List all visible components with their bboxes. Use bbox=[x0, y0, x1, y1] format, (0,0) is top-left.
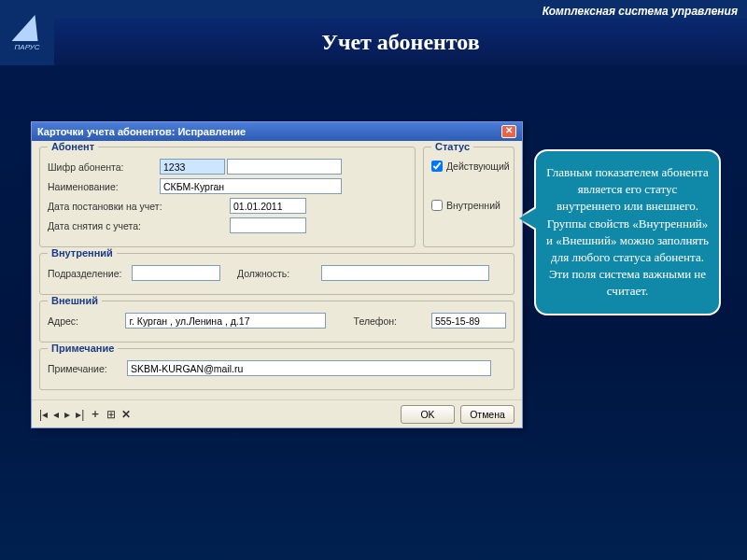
close-icon[interactable]: ✕ bbox=[501, 125, 516, 138]
add-icon[interactable]: ＋ bbox=[90, 406, 101, 422]
top-banner: Комплексная система управления bbox=[0, 0, 747, 19]
regdate-input[interactable] bbox=[230, 198, 306, 214]
delete-icon[interactable]: ✕ bbox=[121, 408, 131, 421]
internal-status-label: Внутренний bbox=[446, 200, 500, 211]
abonent-legend: Абонент bbox=[48, 141, 98, 152]
active-label: Действующий bbox=[446, 161, 510, 172]
abonent-group: Абонент Шифр абонента: Наименование: Дат… bbox=[39, 147, 416, 247]
tel-input[interactable] bbox=[431, 313, 506, 329]
edit-dialog: Карточки учета абонентов: Исправление ✕ … bbox=[31, 121, 523, 428]
tel-label: Телефон: bbox=[354, 315, 431, 327]
title-bar: Учет абонентов bbox=[54, 19, 747, 65]
button-bar: |◂ ◂ ▸ ▸| ＋ ⊞ ✕ OK Отмена bbox=[32, 399, 522, 427]
regdate-label: Дата постановки на учет: bbox=[48, 201, 230, 212]
nav-first-icon[interactable]: |◂ bbox=[39, 408, 48, 421]
deregdate-label: Дата снятия с учета: bbox=[48, 220, 230, 231]
info-callout: Главным показателем абонента является ег… bbox=[534, 149, 721, 315]
ok-button[interactable]: OK bbox=[401, 405, 455, 424]
code-input[interactable] bbox=[160, 159, 225, 175]
pos-label: Должность: bbox=[237, 268, 321, 279]
external-group: Внешний Адрес: Телефон: bbox=[39, 301, 514, 343]
addr-input[interactable] bbox=[125, 313, 325, 329]
logo-icon bbox=[12, 15, 43, 41]
internal-group: Внутренний Подразделение: Должность: bbox=[39, 253, 514, 295]
pos-input[interactable] bbox=[321, 265, 489, 281]
duplicate-icon[interactable]: ⊞ bbox=[106, 408, 116, 421]
note-group: Примечание Примечание: bbox=[39, 348, 514, 390]
nav-next-icon[interactable]: ▸ bbox=[64, 408, 70, 421]
internal-legend: Внутренний bbox=[48, 247, 117, 259]
dept-label: Подразделение: bbox=[48, 268, 132, 279]
logo-text: ПАРУС bbox=[15, 43, 40, 51]
deregdate-input[interactable] bbox=[230, 217, 306, 233]
system-name: Комплексная система управления bbox=[543, 5, 738, 18]
active-checkbox[interactable] bbox=[431, 161, 443, 172]
callout-text: Главным показателем абонента является ег… bbox=[546, 165, 709, 298]
nav-prev-icon[interactable]: ◂ bbox=[53, 408, 59, 421]
page-title: Учет абонентов bbox=[321, 30, 479, 55]
name-label: Наименование: bbox=[48, 181, 160, 192]
dialog-title-text: Карточки учета абонентов: Исправление bbox=[37, 126, 246, 137]
external-legend: Внешний bbox=[48, 295, 102, 306]
code-label: Шифр абонента: bbox=[48, 161, 160, 173]
status-legend: Статус bbox=[431, 141, 473, 152]
note-input[interactable] bbox=[127, 360, 491, 376]
name-input[interactable] bbox=[160, 178, 342, 194]
cancel-button[interactable]: Отмена bbox=[460, 405, 514, 424]
dept-input[interactable] bbox=[132, 265, 220, 281]
note-legend: Примечание bbox=[48, 343, 118, 354]
nav-last-icon[interactable]: ▸| bbox=[76, 408, 84, 421]
addr-label: Адрес: bbox=[48, 315, 125, 327]
status-group: Статус Действующий Внутренний bbox=[423, 147, 514, 247]
dialog-titlebar[interactable]: Карточки учета абонентов: Исправление ✕ bbox=[32, 122, 522, 141]
internal-checkbox[interactable] bbox=[431, 200, 443, 211]
code-input-extra[interactable] bbox=[227, 159, 342, 175]
note-label: Примечание: bbox=[48, 363, 127, 374]
logo: ПАРУС bbox=[0, 0, 54, 65]
